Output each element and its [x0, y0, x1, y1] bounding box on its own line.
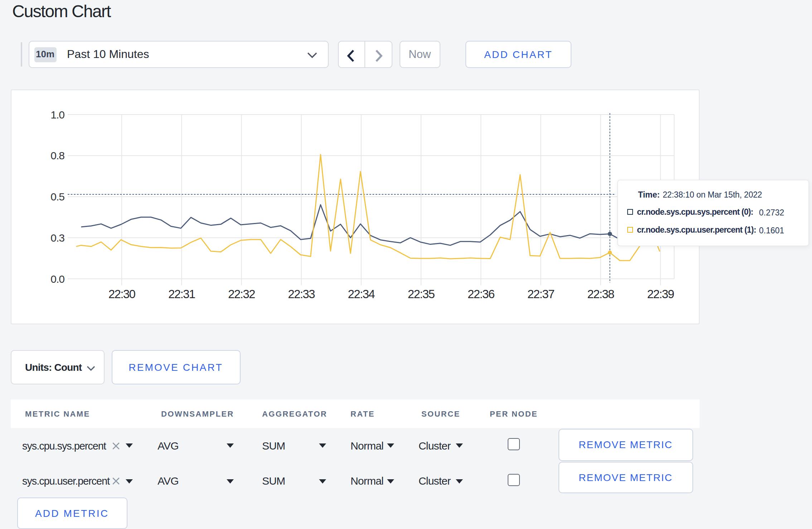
- svg-text:0.5: 0.5: [50, 191, 64, 203]
- svg-text:22:30: 22:30: [108, 287, 136, 301]
- svg-text:22:34: 22:34: [348, 287, 375, 301]
- svg-text:1.0: 1.0: [50, 109, 64, 121]
- svg-text:0.3: 0.3: [50, 232, 64, 244]
- svg-text:22:38: 22:38: [587, 287, 614, 301]
- svg-text:22:32: 22:32: [228, 287, 255, 301]
- svg-text:22:37: 22:37: [527, 287, 554, 301]
- svg-text:0.0: 0.0: [50, 273, 64, 285]
- svg-text:22:39: 22:39: [647, 287, 674, 301]
- svg-text:22:33: 22:33: [288, 287, 315, 301]
- svg-text:0.8: 0.8: [50, 150, 64, 161]
- svg-text:22:31: 22:31: [168, 287, 195, 301]
- svg-text:22:36: 22:36: [468, 287, 494, 301]
- svg-text:22:35: 22:35: [408, 287, 435, 301]
